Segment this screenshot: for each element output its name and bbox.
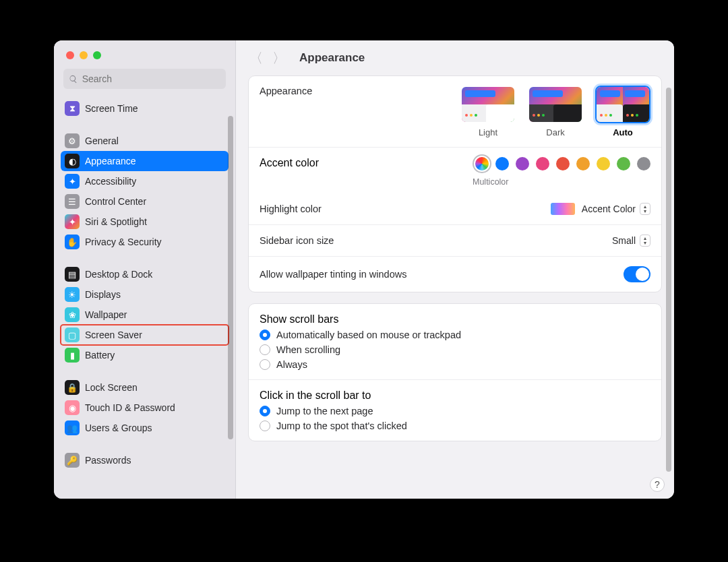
main-scrollbar[interactable] <box>666 88 671 472</box>
sidebar-item-label: Accessibility <box>85 176 136 187</box>
accent-color-multicolor[interactable] <box>475 157 489 170</box>
sidebar-item-label: Privacy & Security <box>85 237 162 247</box>
sidebar-item-label: Screen Saver <box>85 330 142 340</box>
accent-color-yellow[interactable] <box>597 157 610 170</box>
sidebar-item-label: Displays <box>85 289 121 300</box>
appearance-icon: ◐ <box>65 154 80 168</box>
sidebar-item-label: Lock Screen <box>85 382 138 393</box>
sidebar-item-touch-id-password[interactable]: ◉ Touch ID & Password <box>61 398 229 418</box>
accent-color-orange[interactable] <box>576 157 590 170</box>
appearance-label: Appearance <box>260 86 312 96</box>
help-button[interactable]: ? <box>650 477 665 492</box>
accent-color-green[interactable] <box>617 157 630 170</box>
back-button[interactable]: 〈 <box>249 49 263 67</box>
accent-color-purple[interactable] <box>516 157 529 170</box>
sidebar-item-displays[interactable]: ☀ Displays <box>61 284 229 305</box>
battery-icon: ▮ <box>65 348 80 363</box>
minimize-icon[interactable] <box>80 51 88 59</box>
radio-icon <box>260 344 270 355</box>
sidebar: ⧗ Screen Time ⚙ General ◐ Appearance ✦ A… <box>54 40 236 499</box>
radio-label: Jump to the next page <box>276 406 373 416</box>
sidebar-icon-size-select[interactable]: Small ▴▾ <box>612 235 650 247</box>
sidebar-item-accessibility[interactable]: ✦ Accessibility <box>61 171 229 191</box>
appearance-option-dark[interactable]: Dark <box>528 86 583 137</box>
sidebar-item-passwords[interactable]: 🔑 Passwords <box>61 450 229 470</box>
sidebar-scrollbar[interactable] <box>228 116 233 439</box>
hourglass-icon: ⧗ <box>65 101 80 116</box>
radio-label: Automatically based on mouse or trackpad <box>276 330 461 340</box>
sidebar-list: ⧗ Screen Time ⚙ General ◐ Appearance ✦ A… <box>54 94 235 499</box>
sidebar-item-privacy-security[interactable]: ✋ Privacy & Security <box>61 232 229 252</box>
system-settings-window: ⧗ Screen Time ⚙ General ◐ Appearance ✦ A… <box>54 40 674 499</box>
accent-color-red[interactable] <box>556 157 570 170</box>
scrollclick-option-next-page[interactable]: Jump to the next page <box>260 406 650 416</box>
scrollbars-option-auto[interactable]: Automatically based on mouse or trackpad <box>260 330 650 340</box>
radio-icon <box>260 330 270 340</box>
sidebar-item-lock-screen[interactable]: 🔒 Lock Screen <box>61 377 229 398</box>
accent-color-graphite[interactable] <box>637 157 650 170</box>
main-panel: 〈 〉 Appearance Appearance Light Dar <box>236 40 674 499</box>
radio-label: When scrolling <box>276 344 340 355</box>
sidebar-item-appearance[interactable]: ◐ Appearance <box>61 151 229 171</box>
sidebar-icon-size-label: Sidebar icon size <box>260 235 334 246</box>
chevron-updown-icon: ▴▾ <box>640 203 650 215</box>
gear-icon: ⚙ <box>65 133 80 148</box>
flower-icon: ❀ <box>65 307 80 322</box>
search-icon <box>69 74 78 84</box>
sidebar-item-label: Desktop & Dock <box>85 269 152 280</box>
highlight-label: Highlight color <box>260 204 322 214</box>
window-controls <box>54 40 235 66</box>
content: Appearance Light Dark <box>236 75 674 499</box>
users-icon: 👥 <box>65 420 80 435</box>
appearance-option-light[interactable]: Light <box>460 86 516 137</box>
tinting-toggle[interactable] <box>624 266 650 282</box>
sidebar-item-general[interactable]: ⚙ General <box>61 131 229 151</box>
radio-icon <box>260 359 270 370</box>
accent-row: Accent color Mul <box>249 147 661 193</box>
sidebar-item-label: Users & Groups <box>85 423 152 433</box>
sidebar-item-screen-saver[interactable]: ▢ Screen Saver <box>61 325 229 345</box>
search-input[interactable] <box>82 73 220 84</box>
forward-button[interactable]: 〉 <box>272 49 286 67</box>
scrollclick-option-spot[interactable]: Jump to the spot that's clicked <box>260 420 650 431</box>
appearance-option-label: Auto <box>613 127 633 137</box>
sidebar-item-siri-spotlight[interactable]: ✦ Siri & Spotlight <box>61 212 229 232</box>
radio-label: Always <box>276 359 307 370</box>
tinting-label: Allow wallpaper tinting in windows <box>260 269 406 280</box>
scroll-panel: Show scroll bars Automatically based on … <box>248 303 662 441</box>
sidebar-item-label: Appearance <box>85 156 136 166</box>
hand-icon: ✋ <box>65 235 80 249</box>
sidebar-item-desktop-dock[interactable]: ▤ Desktop & Dock <box>61 264 229 284</box>
sidebar-item-label: General <box>85 135 119 146</box>
appearance-options: Light Dark Auto <box>460 86 650 137</box>
zoom-icon[interactable] <box>93 51 101 59</box>
toolbar: 〈 〉 Appearance <box>236 40 674 75</box>
highlight-value: Accent Color <box>582 204 636 214</box>
accent-color-pink[interactable] <box>536 157 549 170</box>
appearance-option-auto[interactable]: Auto <box>595 86 650 137</box>
scrollbars-option-when-scrolling[interactable]: When scrolling <box>260 344 650 355</box>
lock-icon: 🔒 <box>65 380 80 395</box>
sidebar-item-users-groups[interactable]: 👥 Users & Groups <box>61 418 229 438</box>
highlight-select[interactable]: Accent Color ▴▾ <box>551 203 650 215</box>
sidebar-item-screen-time[interactable]: ⧗ Screen Time <box>61 98 229 119</box>
appearance-panel: Appearance Light Dark <box>248 75 662 292</box>
search-field[interactable] <box>63 69 226 89</box>
scrollbars-label: Show scroll bars <box>260 313 650 325</box>
highlight-swatch-icon <box>551 203 575 215</box>
accent-color-blue[interactable] <box>495 157 509 170</box>
accessibility-icon: ✦ <box>65 174 80 189</box>
siri-icon: ✦ <box>65 214 80 229</box>
radio-label: Jump to the spot that's clicked <box>276 420 407 431</box>
sidebar-item-control-center[interactable]: ☰ Control Center <box>61 191 229 212</box>
sun-icon: ☀ <box>65 287 80 302</box>
close-icon[interactable] <box>66 51 74 59</box>
page-title: Appearance <box>299 51 365 65</box>
sidebar-item-label: Siri & Spotlight <box>85 216 147 227</box>
sidebar-item-label: Wallpaper <box>85 309 127 320</box>
sidebar-icon-size-value: Small <box>612 235 636 246</box>
sidebar-item-wallpaper[interactable]: ❀ Wallpaper <box>61 305 229 325</box>
scrollbars-option-always[interactable]: Always <box>260 359 650 370</box>
sidebar-item-battery[interactable]: ▮ Battery <box>61 345 229 365</box>
sidebar-item-label: Passwords <box>85 455 131 466</box>
